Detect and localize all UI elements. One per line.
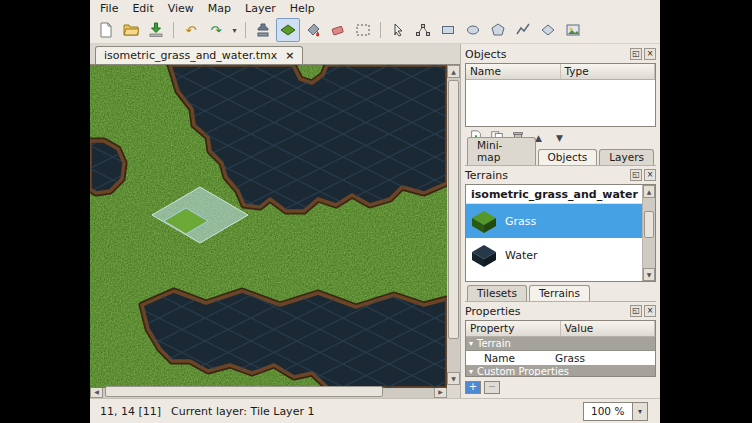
- insert-polygon-button[interactable]: [486, 18, 510, 42]
- bucket-fill-button[interactable]: [301, 18, 325, 42]
- isometric-map: [90, 65, 447, 388]
- cursor-position-status: 11, 14 [11]: [100, 405, 161, 418]
- main-toolbar: ↶ ↷ ▾: [90, 17, 660, 44]
- terrain-item-water[interactable]: Water: [466, 238, 643, 272]
- terrains-scroll-track[interactable]: [643, 198, 655, 268]
- tileset-name[interactable]: isometric_grass_and_water: [466, 185, 655, 204]
- property-value[interactable]: Grass: [551, 352, 655, 364]
- map-canvas-area: ▲ ▼: [90, 65, 460, 385]
- dock-float-icon[interactable]: ◱: [630, 48, 642, 60]
- dock-close-icon[interactable]: ×: [644, 305, 656, 317]
- tab-close-icon[interactable]: ×: [285, 49, 294, 62]
- menu-layer[interactable]: Layer: [238, 1, 283, 16]
- redo-button[interactable]: ↷: [204, 18, 228, 42]
- collapse-triangle-icon[interactable]: ▾: [469, 339, 473, 348]
- menu-view[interactable]: View: [161, 1, 201, 16]
- objects-table-body[interactable]: [466, 80, 655, 126]
- properties-dock: Property Value ▾ Terrain Name Grass ▾ Cu…: [465, 320, 656, 395]
- tab-layers[interactable]: Layers: [599, 149, 654, 165]
- terrain-brush-icon: [280, 22, 296, 38]
- dock-close-icon[interactable]: ×: [644, 169, 656, 181]
- remove-property-button[interactable]: −: [484, 381, 500, 394]
- terrains-dock-title: Terrains: [465, 169, 628, 182]
- ellipse-shape-icon: [465, 22, 481, 38]
- insert-tile-button[interactable]: [536, 18, 560, 42]
- select-object-button[interactable]: [386, 18, 410, 42]
- terrain-group-row[interactable]: ▾ Terrain: [466, 337, 655, 351]
- value-column[interactable]: Value: [561, 321, 656, 336]
- toolbar-separator: [380, 22, 381, 38]
- property-column[interactable]: Property: [466, 321, 561, 336]
- vscroll-thumb[interactable]: [448, 80, 459, 339]
- edit-polygons-button[interactable]: [411, 18, 435, 42]
- menu-help[interactable]: Help: [283, 1, 322, 16]
- stamp-brush-button[interactable]: [251, 18, 275, 42]
- zoom-dropdown-icon[interactable]: ▾: [632, 403, 647, 420]
- scroll-down-icon[interactable]: ▼: [447, 372, 460, 385]
- objects-column-type[interactable]: Type: [561, 64, 656, 79]
- collapse-triangle-icon[interactable]: ▾: [469, 367, 473, 376]
- stamp-brush-icon: [255, 22, 271, 38]
- undo-icon: ↶: [186, 24, 197, 37]
- rectangular-select-button[interactable]: [351, 18, 375, 42]
- redo-icon: ↷: [211, 24, 222, 37]
- hscroll-track[interactable]: [103, 385, 434, 398]
- custom-properties-group-row[interactable]: ▾ Custom Properties: [466, 365, 655, 377]
- property-row-name[interactable]: Name Grass: [466, 351, 655, 365]
- terrain-label: Grass: [505, 215, 536, 228]
- undo-button[interactable]: ↶: [179, 18, 203, 42]
- terrains-scrollbar[interactable]: ▲ ▼: [642, 185, 655, 281]
- objects-dock-title: Objects: [465, 48, 628, 61]
- zoom-combobox[interactable]: 100 % ▾: [583, 402, 648, 421]
- terrains-scroll-thumb[interactable]: [644, 211, 654, 238]
- statusbar: 11, 14 [11] Current layer: Tile Layer 1 …: [90, 398, 660, 423]
- terrain-item-grass[interactable]: Grass: [466, 204, 643, 238]
- tab-objects[interactable]: Objects: [538, 149, 598, 165]
- terrain-brush-button[interactable]: [276, 18, 300, 42]
- add-property-button[interactable]: +: [465, 381, 481, 394]
- scroll-down-icon[interactable]: ▼: [643, 268, 655, 281]
- menu-file[interactable]: File: [93, 1, 125, 16]
- dock-tabs-bottom: Tilesets Terrains: [465, 284, 656, 302]
- insert-polyline-button[interactable]: [511, 18, 535, 42]
- save-button[interactable]: [144, 18, 168, 42]
- document-tabbar: isometric_grass_and_water.tmx ×: [90, 44, 460, 65]
- rectangular-select-icon: [355, 22, 371, 38]
- dock-close-icon[interactable]: ×: [644, 48, 656, 60]
- edit-polygons-icon: [415, 22, 431, 38]
- dock-float-icon[interactable]: ◱: [630, 305, 642, 317]
- dock-float-icon[interactable]: ◱: [630, 169, 642, 181]
- main-area: isometric_grass_and_water.tmx ×: [90, 44, 660, 398]
- scrollbar-corner: [447, 385, 460, 398]
- tab-tilesets[interactable]: Tilesets: [467, 285, 527, 301]
- menu-map[interactable]: Map: [201, 1, 238, 16]
- hscroll-thumb[interactable]: [105, 386, 383, 397]
- scroll-up-icon[interactable]: ▲: [447, 65, 460, 78]
- zoom-value[interactable]: 100 %: [584, 405, 632, 417]
- tab-mini-map[interactable]: Mini-map: [467, 137, 536, 165]
- objects-dock-titlebar: Objects ◱ ×: [465, 47, 656, 61]
- canvas-horizontal-scrollbar[interactable]: ◀ ▶: [90, 385, 447, 398]
- objects-column-name[interactable]: Name: [466, 64, 561, 79]
- tab-terrains[interactable]: Terrains: [529, 285, 590, 301]
- eraser-button[interactable]: [326, 18, 350, 42]
- insert-ellipse-button[interactable]: [461, 18, 485, 42]
- insert-image-button[interactable]: [561, 18, 585, 42]
- scroll-up-icon[interactable]: ▲: [643, 185, 655, 198]
- new-map-button[interactable]: [94, 18, 118, 42]
- canvas-vertical-scrollbar[interactable]: ▲ ▼: [447, 65, 460, 385]
- map-canvas[interactable]: [90, 65, 447, 385]
- document-tab[interactable]: isometric_grass_and_water.tmx ×: [95, 46, 303, 64]
- bucket-fill-icon: [305, 22, 321, 38]
- redo-dropdown-button[interactable]: ▾: [229, 19, 240, 41]
- open-folder-icon: [123, 22, 139, 38]
- image-icon: [565, 22, 581, 38]
- open-button[interactable]: [119, 18, 143, 42]
- insert-rectangle-button[interactable]: [436, 18, 460, 42]
- vscroll-track[interactable]: [447, 78, 460, 372]
- terrains-dock-titlebar: Terrains ◱ ×: [465, 168, 656, 182]
- new-document-icon: [98, 22, 114, 38]
- menu-edit[interactable]: Edit: [125, 1, 160, 16]
- lower-object-button[interactable]: ▼: [550, 129, 569, 147]
- properties-table-header: Property Value: [466, 321, 655, 337]
